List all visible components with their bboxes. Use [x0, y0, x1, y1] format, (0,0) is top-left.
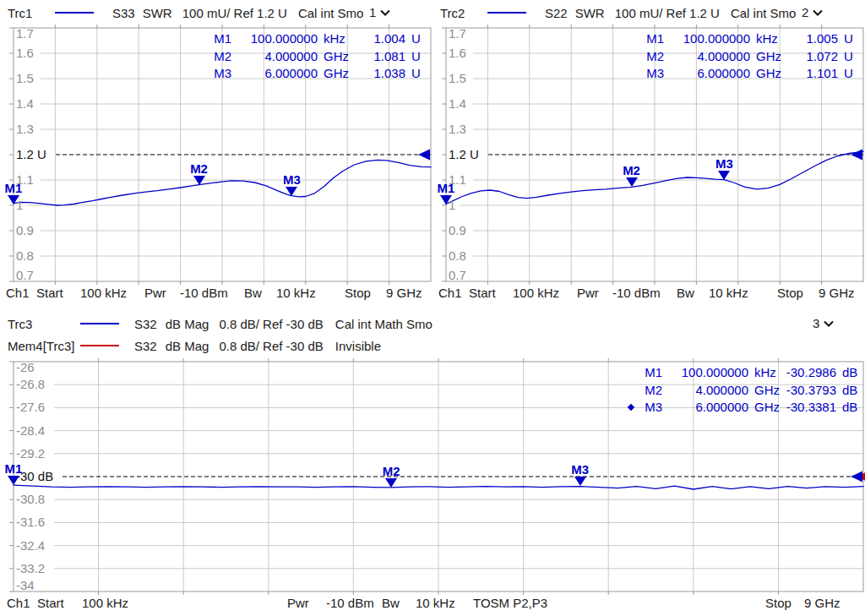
marker-frequency: 4.000000	[662, 382, 748, 399]
start-label[interactable]: Start	[469, 286, 496, 300]
ref-level-arrow[interactable]	[851, 472, 862, 482]
stop-value[interactable]: 9 GHz	[804, 596, 841, 610]
window-selector-3[interactable]: 3	[813, 316, 834, 330]
marker-m3-label: M3	[273, 172, 310, 187]
power-value[interactable]: -10 dBm	[180, 286, 228, 300]
start-label[interactable]: Start	[37, 596, 64, 610]
marker-frequency: 6.000000	[662, 399, 748, 416]
window-selector-2[interactable]: 2	[802, 5, 823, 19]
marker-m3-triangle[interactable]	[574, 477, 586, 486]
marker-m3-triangle[interactable]	[286, 187, 297, 196]
meas-parameter[interactable]: S33	[112, 6, 135, 20]
start-value[interactable]: 100 kHz	[513, 286, 559, 300]
marker-frequency-unit: kHz	[318, 30, 348, 47]
meas-parameter[interactable]: S32	[134, 339, 157, 353]
stop-label[interactable]: Stop	[345, 286, 371, 300]
start-value[interactable]: 100 kHz	[82, 596, 128, 610]
y-axis-label: 1.7	[16, 26, 34, 41]
trace-scale[interactable]: 100 mU/ Ref 1.2 U	[182, 6, 287, 20]
marker-readout-row-m3: M36.000000GHz1.101U	[627, 65, 860, 83]
y-axis-label: -28.4	[16, 423, 45, 439]
trace-format[interactable]: dB Mag	[166, 339, 209, 353]
meas-parameter[interactable]: S32	[134, 317, 157, 331]
marker-readout-row-m2: M24.000000GHz1.072U	[627, 48, 860, 66]
marker-m2-triangle[interactable]	[385, 478, 397, 488]
marker-frequency-unit: GHz	[748, 382, 779, 399]
meas-parameter[interactable]: S22	[545, 6, 568, 20]
ref-level-arrow[interactable]	[418, 150, 430, 161]
y-axis-label: 1.7	[449, 26, 466, 41]
bandwidth-value[interactable]: 10 kHz	[416, 596, 455, 610]
window-selector-1[interactable]: 1	[369, 5, 390, 19]
trace-scale[interactable]: 0.8 dB/ Ref -30 dB	[219, 339, 323, 353]
channel-label[interactable]: Ch1	[7, 596, 30, 610]
active-marker-diamond	[625, 405, 637, 410]
y-axis-label: 0.8	[16, 248, 34, 264]
marker-frequency: 100.000000	[231, 30, 318, 47]
power-value[interactable]: -10 dBm	[326, 596, 374, 610]
trace-scale[interactable]: 0.8 dB/ Ref -30 dB	[219, 317, 323, 331]
start-label[interactable]: Start	[36, 286, 63, 300]
vna-screen: Trc1 S33 SWR 100 mU/ Ref 1.2 U Cal int S…	[0, 0, 865, 616]
bandwidth-label[interactable]: Bw	[382, 596, 400, 610]
marker-name: M2	[637, 382, 662, 399]
trace-name[interactable]: Trc1	[8, 6, 46, 20]
stop-label[interactable]: Stop	[777, 286, 803, 300]
marker-value-unit: U	[405, 48, 427, 65]
bandwidth-value[interactable]: 10 kHz	[709, 286, 748, 300]
channel-statusbar-2: Ch1 Start 100 kHz Pwr -10 dBm Bw 10 kHz …	[432, 281, 865, 306]
y-axis-label: -34	[16, 578, 35, 593]
marker-frequency: 100.000000	[664, 30, 750, 47]
trace-header-trc2: Trc2 S22 SWR 100 mU/ Ref 1.2 U Cal int S…	[432, 0, 865, 25]
marker-m2-triangle[interactable]	[626, 177, 638, 187]
channel-statusbar-1: Ch1 Start 100 kHz Pwr -10 dBm Bw 10 kHz …	[0, 281, 432, 306]
trace-scale[interactable]: 100 mU/ Ref 1.2 U	[615, 6, 720, 20]
y-axis-label: 1.3	[16, 122, 34, 137]
trace-header-mem4: Mem4[Trc3] S32 dB Mag 0.8 dB/ Ref -30 dB…	[0, 335, 591, 357]
power-label[interactable]: Pwr	[287, 596, 309, 610]
trace-name[interactable]: Trc2	[440, 6, 479, 20]
marker-m1-triangle[interactable]	[440, 195, 452, 204]
marker-m1-label: M1	[0, 461, 32, 476]
marker-frequency: 6.000000	[664, 65, 750, 82]
marker-readout-row-m3: M36.000000GHz-30.3381dB	[625, 399, 858, 417]
marker-m2-triangle[interactable]	[193, 176, 205, 185]
y-axis-label: 1.3	[449, 122, 466, 137]
bandwidth-label[interactable]: Bw	[244, 286, 262, 300]
chevron-down-icon	[824, 320, 834, 327]
marker-frequency-unit: GHz	[318, 48, 348, 65]
channel-label[interactable]: Ch1	[6, 286, 30, 300]
marker-name: M1	[206, 30, 231, 47]
y-axis-label: 1.5	[16, 71, 34, 86]
marker-m1-triangle[interactable]	[8, 195, 19, 204]
channel-label[interactable]: Ch1	[438, 286, 462, 300]
trace-format[interactable]: dB Mag	[166, 317, 209, 331]
trace-name[interactable]: Mem4[Trc3]	[8, 339, 80, 353]
stop-value[interactable]: 9 GHz	[386, 286, 422, 300]
power-label[interactable]: Pwr	[577, 286, 599, 300]
power-value[interactable]: -10 dBm	[612, 286, 661, 300]
ref-level-arrow[interactable]	[851, 150, 862, 161]
marker-frequency: 4.000000	[664, 48, 750, 65]
y-axis-label: -32.4	[16, 538, 45, 553]
bandwidth-label[interactable]: Bw	[677, 286, 694, 300]
trace-format[interactable]: SWR	[143, 6, 172, 20]
y-axis-label: 1.5	[449, 71, 466, 86]
power-label[interactable]: Pwr	[144, 286, 166, 300]
marker-readout-trc3: M1100.000000kHz-30.2986dBM24.000000GHz-3…	[625, 364, 858, 417]
y-axis-label: 0.8	[449, 248, 466, 264]
trace-name[interactable]: Trc3	[8, 317, 80, 331]
trace-legend-line	[487, 12, 526, 14]
stop-label[interactable]: Stop	[765, 596, 792, 610]
marker-m1-triangle[interactable]	[8, 476, 19, 485]
y-axis-label: 0.7	[16, 268, 34, 283]
cal-standard: TOSM P2,P3	[473, 596, 547, 610]
trace-format[interactable]: SWR	[575, 6, 605, 20]
marker-name: M2	[206, 48, 231, 65]
marker-m3-triangle[interactable]	[718, 171, 730, 180]
marker-value: -30.2986	[779, 364, 836, 381]
stop-value[interactable]: 9 GHz	[819, 286, 855, 300]
marker-readout-trc2: M1100.000000kHz1.005UM24.000000GHz1.072U…	[627, 30, 860, 83]
start-value[interactable]: 100 kHz	[80, 286, 127, 300]
bandwidth-value[interactable]: 10 kHz	[276, 286, 316, 300]
